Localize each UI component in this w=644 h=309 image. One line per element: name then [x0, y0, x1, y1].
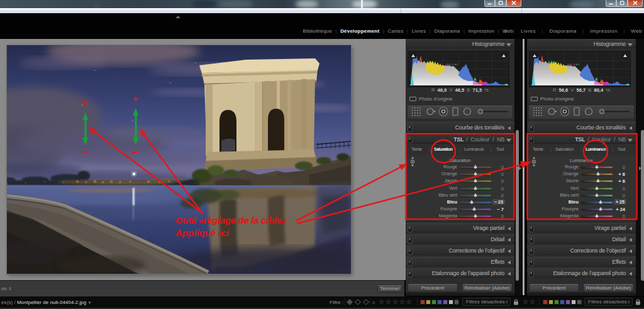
svg-text:Appliqué ici: Appliqué ici: [175, 227, 230, 238]
svg-text:Outil «règlage de la cible»: Outil «règlage de la cible»: [175, 215, 287, 225]
